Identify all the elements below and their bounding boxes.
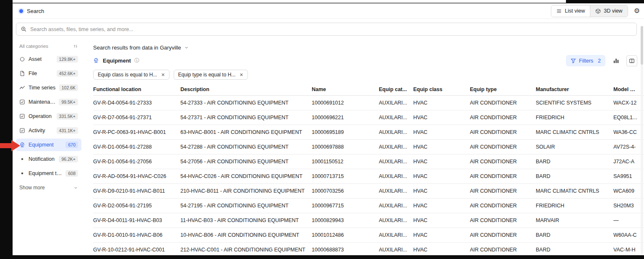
category-count-badge: 102.6K — [59, 84, 78, 91]
cell-name: 10000696221 — [312, 115, 379, 120]
table-row[interactable]: GV-R-D2-0054-91-27195 54-27195 - AIR CON… — [93, 199, 644, 213]
cell-model-number: SH20M3 — [613, 203, 644, 209]
bar-chart-icon — [613, 58, 619, 64]
cell-name: 10000691012 — [312, 100, 379, 106]
category-label: Activity — [29, 128, 45, 133]
checkbox-icon — [19, 99, 25, 105]
cell-manufacturer: FRIEDRICH — [536, 115, 613, 120]
category-count-badge: 99.5K+ — [59, 99, 78, 105]
table-row[interactable]: GV-R-D1-0054-91-27056 54-27056 - AIR CON… — [93, 154, 644, 169]
table-row[interactable]: GV-R-AD-0054-91-HVAC-C026 54-HVAC-C026 -… — [93, 169, 644, 184]
sidebar-item-file[interactable]: File 452.6K+ — [16, 67, 81, 80]
cell-equip-class: HVAC — [413, 129, 470, 135]
table-row[interactable]: GV-R-D1-0010-91-HVAC-B06 10-HVAC-B06 - A… — [93, 228, 644, 243]
sidebar-item-notification[interactable]: Notification 96.2K+ — [16, 153, 81, 165]
filter-chip[interactable]: Equip type is equal to H... × — [174, 70, 248, 80]
table-row[interactable]: GV-R-D9-0210-91-HVAC-B011 210-HVAC-B011 … — [93, 184, 644, 199]
search-input[interactable] — [30, 26, 632, 32]
column-header[interactable]: Functional location — [93, 86, 180, 92]
sidebar-header: All categories — [16, 42, 81, 53]
cell-equip-type: AIR CONDITIONER — [470, 188, 536, 194]
cell-equip-class: HVAC — [413, 159, 470, 165]
list-view-label: List view — [565, 8, 585, 14]
cell-model-number: WA36-CC — [613, 129, 644, 135]
table-row[interactable]: GV-R-D1-0054-91-27288 54-27288 - AIR CON… — [93, 140, 644, 154]
table-row[interactable]: GV-R-10-0212-91-HVAC-C001 212-HVAC-C001 … — [93, 243, 644, 255]
cell-functional-location: GV-R-PC-0063-91-HVAC-B001 — [93, 129, 180, 135]
column-header[interactable]: Equip class — [413, 86, 470, 92]
cell-description: 212-HVAC-C001 - AIR CONDITIONING EQUIPME… — [180, 247, 312, 253]
cell-functional-location: GV-R-AD-0054-91-HVAC-C026 — [93, 173, 180, 179]
show-more-button[interactable]: Show more — [16, 181, 81, 194]
content-area: All categories Asset 129.8K+ File 452.6K… — [13, 39, 644, 255]
columns-view-button[interactable] — [626, 55, 637, 66]
cell-description: 210-HVAC-B011 - AIR CONDITIONING EQUIPME… — [180, 188, 312, 194]
sidebar-item-equipment[interactable]: Equipment 670 — [16, 139, 81, 151]
table-row[interactable]: GV-R-PC-0063-91-HVAC-B001 63-HVAC-B001 -… — [93, 125, 644, 140]
cell-model-number: AV72S-4- — [613, 144, 644, 150]
sidebar-item-equipment-type[interactable]: Equipment type 608 — [16, 167, 81, 180]
checkbox-icon — [19, 113, 25, 119]
filters-label: Filters — [579, 58, 593, 64]
cell-equip-type: AIR CONDITIONER — [470, 232, 536, 238]
column-header[interactable]: Description — [180, 86, 312, 92]
sidebar-item-asset[interactable]: Asset 129.8K+ — [16, 53, 81, 65]
cell-equip-category: AUXILARI... — [379, 247, 413, 253]
table-header-row: Functional locationDescriptionNameEquip … — [93, 83, 644, 96]
cell-manufacturer: SCIENTIFIC SYSTEMS — [536, 100, 613, 106]
table-row[interactable]: GV-R-D7-0054-91-27371 54-27371 - AIR CON… — [93, 110, 644, 125]
scrollbar-thumb[interactable] — [641, 26, 643, 65]
cell-manufacturer: BARD — [536, 247, 613, 253]
cell-name: 10000967715 — [312, 203, 379, 209]
column-header[interactable]: Equip cat... — [379, 86, 413, 92]
column-header[interactable]: Manufacturer — [536, 86, 613, 92]
sort-icon[interactable] — [73, 44, 78, 49]
cell-description: 54-27288 - AIR CONDITIONING EQUIPMENT — [180, 144, 312, 150]
cell-functional-location: GV-R-D2-0054-91-27195 — [93, 203, 180, 209]
filter-chip[interactable]: Equip class is equal to H... × — [93, 70, 169, 80]
cell-name: 10000703256 — [312, 188, 379, 194]
cell-name: 10001012486 — [312, 232, 379, 238]
cell-manufacturer: BARD — [536, 232, 613, 238]
close-icon[interactable]: × — [161, 72, 164, 78]
category-label: File — [29, 71, 37, 76]
cell-name: 10000695189 — [312, 129, 379, 135]
close-icon[interactable]: × — [240, 72, 243, 78]
column-header[interactable]: Model nu... — [613, 86, 644, 92]
chart-view-button[interactable] — [610, 55, 621, 66]
sidebar-item-activity[interactable]: Activity 431.1K+ — [16, 124, 81, 137]
vertical-scrollbar[interactable] — [641, 26, 643, 254]
three-d-view-button[interactable]: 3D view — [590, 5, 627, 17]
category-sidebar: All categories Asset 129.8K+ File 452.6K… — [16, 42, 81, 194]
section-header: Equipment ⓘ Filters 2 — [93, 55, 644, 66]
cell-functional-location: GV-R-D1-0054-91-27288 — [93, 144, 180, 150]
table-row[interactable]: GV-R-D4-0011-91-HVAC-B03 11-HVAC-B03 - A… — [93, 213, 644, 228]
filter-chip-label: Equip class is equal to H... — [98, 72, 157, 78]
sidebar-item-operation[interactable]: Operation 331.5K+ — [16, 110, 81, 123]
cell-description: 63-HVAC-B001 - AIR CONDITIONING EQUIPMEN… — [180, 129, 312, 135]
cell-equip-class: HVAC — [413, 232, 470, 238]
search-row — [13, 19, 644, 39]
category-list: Asset 129.8K+ File 452.6K+ Time series 1… — [16, 53, 81, 180]
table-row[interactable]: GV-R-D4-0054-91-27333 54-27333 - AIR CON… — [93, 96, 644, 110]
cell-manufacturer: MARVAIR — [536, 217, 613, 223]
scope-selector[interactable]: Search results from data in Garyville — [93, 44, 189, 51]
list-view-button[interactable]: List view — [551, 5, 590, 17]
cell-equip-category: AUXILARI... — [379, 115, 413, 120]
cell-equip-category: AUXILARI... — [379, 100, 413, 106]
cell-functional-location: GV-R-D7-0054-91-27371 — [93, 115, 180, 120]
sidebar-item-time-series[interactable]: Time series 102.6K — [16, 81, 81, 94]
app-title-label: Search — [27, 8, 44, 14]
sidebar-item-maintenan[interactable]: Maintenan... 99.5K+ — [16, 96, 81, 108]
info-icon[interactable]: ⓘ — [134, 57, 139, 64]
cell-model-number: — — [613, 217, 644, 223]
filters-button[interactable]: Filters 2 — [566, 55, 605, 66]
cell-description: 54-27056 - AIR CONDITIONING EQUIPMENT — [180, 159, 312, 165]
column-header[interactable]: Equip type — [470, 86, 536, 92]
column-header[interactable]: Name — [312, 86, 379, 92]
top-bar-actions: List view 3D view ⚙ — [551, 5, 640, 17]
cell-equip-type: AIR CONDITIONER — [470, 100, 536, 106]
gear-icon[interactable]: ⚙ — [634, 8, 640, 14]
scope-label: Search results from data in Garyville — [93, 44, 181, 51]
cube-icon — [595, 8, 601, 14]
